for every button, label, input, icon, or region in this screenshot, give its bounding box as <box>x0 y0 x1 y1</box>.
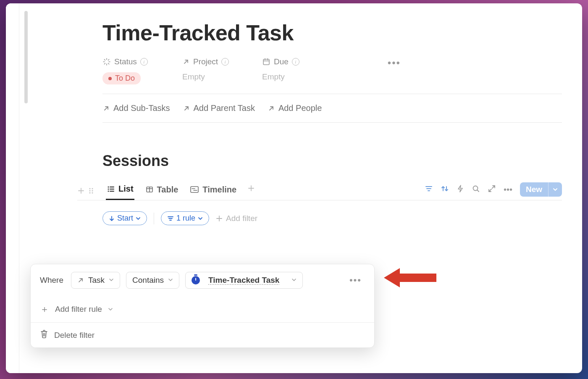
info-icon[interactable]: i <box>292 58 299 66</box>
search-icon[interactable] <box>472 184 480 195</box>
tab-timeline-label: Timeline <box>202 185 236 195</box>
svg-line-7 <box>108 59 109 60</box>
delete-filter-label: Delete filter <box>54 331 94 340</box>
add-parent-task-label: Add Parent Task <box>194 103 255 113</box>
table-icon <box>145 185 154 194</box>
filter-icon[interactable] <box>425 184 433 195</box>
expand-icon[interactable] <box>488 184 496 195</box>
property-project-label: Project i <box>182 57 241 66</box>
list-icon <box>107 185 115 193</box>
section-title[interactable]: Sessions <box>102 152 562 170</box>
property-status[interactable]: Status i To Do <box>102 57 161 84</box>
status-label-text: Status <box>114 57 137 66</box>
block-handle[interactable] <box>77 187 94 195</box>
filter-rule-pill[interactable]: 1 rule <box>161 211 209 225</box>
filter-where-label: Where <box>40 276 63 285</box>
add-filter-rule-button[interactable]: ＋ Add filter rule <box>31 296 374 322</box>
tabs-left: List Table Timeline <box>77 182 255 200</box>
svg-point-17 <box>92 192 93 193</box>
page-title[interactable]: Time-Tracked Task <box>102 20 562 45</box>
filter-rule-row: Where Task Contains Time-Tracked Task ••… <box>31 264 374 296</box>
timeline-icon <box>190 185 199 194</box>
add-relations-row: Add Sub-Tasks Add Parent Task Add People <box>102 103 562 113</box>
add-sub-tasks-button[interactable]: Add Sub-Tasks <box>102 103 170 113</box>
project-value[interactable]: Empty <box>182 72 241 82</box>
tab-table-label: Table <box>157 185 178 195</box>
property-project[interactable]: Project i Empty <box>182 57 241 82</box>
more-icon[interactable]: ••• <box>504 185 512 195</box>
automation-icon[interactable] <box>457 184 464 195</box>
scrollbar[interactable] <box>24 11 28 103</box>
property-due-label: Due i <box>262 57 321 66</box>
divider <box>102 94 562 94</box>
property-due[interactable]: Due i Empty <box>262 57 321 82</box>
view-tabs-row: List Table Timeline <box>77 182 562 200</box>
property-status-label: Status i <box>102 57 161 66</box>
arrow-up-right-icon <box>182 58 190 66</box>
plus-icon: ＋ <box>40 303 49 316</box>
svg-line-34 <box>477 190 479 192</box>
delete-filter-button[interactable]: Delete filter <box>31 323 374 347</box>
svg-point-13 <box>92 188 93 189</box>
stopwatch-icon <box>192 276 200 284</box>
tab-table[interactable]: Table <box>144 182 179 200</box>
due-label-text: Due <box>274 57 289 66</box>
filter-rule-label: 1 rule <box>176 214 195 223</box>
filter-condition-label: Contains <box>132 276 164 285</box>
app-window: Time-Tracked Task Status i To Do <box>6 3 582 373</box>
add-filter-button[interactable]: Add filter <box>216 214 257 223</box>
svg-point-22 <box>108 191 109 191</box>
status-value-pill[interactable]: To Do <box>102 72 141 84</box>
filter-value-label: Time-Tracked Task <box>208 276 279 285</box>
tab-list[interactable]: List <box>106 182 134 200</box>
svg-rect-27 <box>191 187 198 192</box>
add-filter-rule-label: Add filter rule <box>55 305 102 314</box>
svg-line-4 <box>104 59 105 60</box>
more-properties-button[interactable]: ••• <box>388 57 401 70</box>
svg-line-6 <box>104 63 105 64</box>
trash-icon <box>40 329 48 341</box>
info-icon[interactable]: i <box>140 58 148 66</box>
due-value[interactable]: Empty <box>262 72 321 82</box>
status-value-text: To Do <box>115 74 135 83</box>
arrow-up-right-icon <box>77 277 84 284</box>
svg-point-33 <box>473 186 478 190</box>
status-spinner-icon <box>102 58 111 66</box>
divider <box>102 122 562 123</box>
filter-condition-dropdown[interactable]: Contains <box>126 272 179 289</box>
filter-property-dropdown[interactable]: Task <box>71 272 120 289</box>
filter-property-label: Task <box>88 276 105 285</box>
new-button[interactable]: New <box>520 182 562 197</box>
project-label-text: Project <box>193 57 218 66</box>
calendar-icon <box>262 58 270 66</box>
new-button-label: New <box>520 182 548 197</box>
filters-bar: Start 1 rule Add filter <box>102 211 562 225</box>
svg-point-14 <box>89 190 90 191</box>
tab-timeline[interactable]: Timeline <box>189 182 237 200</box>
filter-popup: Where Task Contains Time-Tracked Task ••… <box>30 264 375 348</box>
sort-pill[interactable]: Start <box>102 211 147 225</box>
add-filter-label: Add filter <box>226 214 257 223</box>
svg-point-18 <box>108 187 109 187</box>
svg-point-20 <box>108 189 109 189</box>
tab-list-label: List <box>118 184 134 194</box>
add-parent-task-button[interactable]: Add Parent Task <box>183 103 255 113</box>
add-view-button[interactable] <box>247 184 255 198</box>
divider-vertical <box>154 213 154 224</box>
arrow-up-right-icon <box>183 105 190 112</box>
status-dot-icon <box>108 77 112 80</box>
sort-icon[interactable] <box>441 184 449 195</box>
sort-pill-label: Start <box>117 214 133 223</box>
svg-point-15 <box>92 190 93 191</box>
svg-point-12 <box>89 188 90 189</box>
svg-line-5 <box>108 63 109 64</box>
arrow-up-right-icon <box>268 105 275 112</box>
add-people-button[interactable]: Add People <box>268 103 322 113</box>
filter-rule-more-button[interactable]: ••• <box>349 275 365 286</box>
svg-point-16 <box>89 192 90 193</box>
info-icon[interactable]: i <box>221 58 229 66</box>
add-people-label: Add People <box>278 103 322 113</box>
properties-row: Status i To Do Project i Empty <box>102 57 562 84</box>
new-button-caret[interactable] <box>548 182 562 197</box>
filter-value-dropdown[interactable]: Time-Tracked Task <box>185 272 303 289</box>
